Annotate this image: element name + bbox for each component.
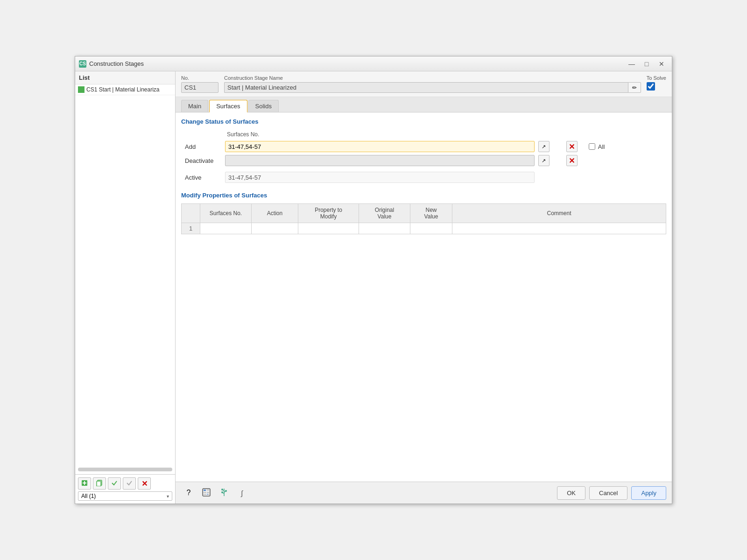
delete-icon: ✕	[141, 479, 148, 488]
add-icon	[81, 480, 88, 488]
main-content: List CS1 Start | Material Lineariza	[75, 71, 672, 504]
add-delete-button[interactable]: ✕	[566, 141, 578, 152]
copy-icon	[96, 480, 103, 488]
tab-main[interactable]: Main	[181, 100, 208, 112]
uncheck-icon	[126, 480, 133, 488]
active-input-cell	[223, 170, 536, 184]
svg-rect-6	[204, 490, 206, 491]
tree-button[interactable]	[217, 486, 232, 500]
name-input-group: ✏	[224, 82, 641, 93]
solve-checkbox[interactable]	[647, 82, 655, 91]
name-input[interactable]	[224, 82, 628, 93]
add-row: Add ↗	[181, 140, 666, 154]
delete-red-icon: ✕	[569, 142, 575, 151]
delete-red-icon2: ✕	[569, 156, 575, 165]
add-select-cell: ↗	[536, 140, 564, 154]
check-button[interactable]	[108, 477, 121, 490]
change-status-title: Change Status of Surfaces	[181, 118, 666, 125]
row-property-1	[298, 223, 359, 234]
row-original-1	[359, 223, 410, 234]
deactivate-select-button[interactable]: ↗	[538, 155, 550, 166]
sidebar-footer: ✕ All (1) ▾	[75, 474, 175, 504]
add-input-cell	[223, 140, 536, 154]
delete-stage-button[interactable]: ✕	[138, 477, 151, 490]
maximize-button[interactable]: □	[640, 59, 653, 69]
svg-rect-12	[208, 492, 209, 493]
add-label: Add	[181, 140, 223, 154]
cancel-button[interactable]: Cancel	[589, 486, 627, 500]
tree-icon	[219, 488, 229, 498]
dropdown-text: All (1)	[81, 493, 167, 499]
title-bar: CS Construction Stages — □ ✕	[75, 56, 672, 71]
all-checkbox[interactable]	[589, 143, 595, 150]
col-property: Property toModify	[298, 204, 359, 223]
deactivate-row: Deactivate ↗	[181, 154, 666, 168]
svg-rect-4	[97, 481, 101, 486]
svg-rect-7	[207, 490, 208, 490]
help-button[interactable]: ?	[181, 486, 196, 500]
col-comment: Comment	[452, 204, 666, 223]
svg-rect-10	[205, 492, 206, 493]
all-checkbox-cell: All	[583, 140, 666, 154]
no-label: No.	[181, 75, 218, 81]
row-surfaces-no-1	[200, 223, 252, 234]
no-input[interactable]	[181, 82, 218, 93]
copy-stage-button[interactable]	[93, 477, 106, 490]
window-title: Construction Stages	[89, 60, 625, 67]
svg-rect-16	[208, 494, 209, 495]
calculator-button[interactable]	[199, 486, 214, 500]
sidebar-scrollbar[interactable]	[78, 468, 172, 471]
svg-point-23	[221, 491, 223, 493]
deactivate-delete-button[interactable]: ✕	[566, 155, 578, 166]
sidebar-item-cs1[interactable]: CS1 Start | Material Lineariza	[75, 84, 175, 95]
modify-row-1: 1	[182, 223, 666, 234]
deactivate-surfaces-input[interactable]	[225, 155, 535, 166]
row-new-1	[410, 223, 452, 234]
svg-rect-8	[208, 490, 209, 490]
row-comment-1	[452, 223, 666, 234]
modify-table: Surfaces No. Action Property toModify Or…	[181, 203, 666, 234]
ok-button[interactable]: OK	[557, 486, 585, 500]
sidebar-toolbar: ✕	[78, 477, 172, 490]
solve-field: To Solve	[647, 75, 666, 93]
add-surfaces-input[interactable]	[225, 141, 535, 152]
tab-surfaces[interactable]: Surfaces	[209, 100, 247, 112]
add-select-button[interactable]: ↗	[538, 141, 550, 152]
sidebar-dropdown[interactable]: All (1) ▾	[78, 491, 172, 501]
formula-icon: ∫	[241, 489, 243, 497]
active-surfaces-input	[225, 172, 535, 183]
all-checkbox-container: All	[589, 143, 664, 150]
svg-rect-11	[207, 492, 208, 493]
name-field: Construction Stage Name ✏	[224, 75, 641, 93]
deactivate-input-cell	[223, 154, 536, 168]
col-rownum	[182, 204, 200, 223]
close-button[interactable]: ✕	[655, 59, 668, 69]
pencil-icon: ✏	[632, 84, 637, 91]
no-field: No.	[181, 75, 218, 93]
svg-rect-15	[207, 494, 208, 495]
right-panel: No. Construction Stage Name ✏ To Solve	[176, 71, 672, 504]
window-controls: — □ ✕	[625, 59, 668, 69]
svg-rect-9	[204, 492, 204, 493]
svg-point-22	[225, 490, 227, 492]
uncheck-button[interactable]	[123, 477, 136, 490]
construction-stages-window: CS Construction Stages — □ ✕ List CS1 St…	[75, 56, 672, 504]
svg-rect-14	[205, 494, 206, 495]
help-icon: ?	[187, 489, 191, 497]
sidebar-item-label: CS1 Start | Material Lineariza	[86, 86, 160, 93]
minimize-button[interactable]: —	[625, 59, 638, 69]
add-stage-button[interactable]	[78, 477, 91, 490]
apply-button[interactable]: Apply	[631, 486, 666, 500]
name-edit-button[interactable]: ✏	[628, 82, 641, 93]
panel-content: Change Status of Surfaces Surfaces No.	[176, 112, 672, 482]
change-status-section: Change Status of Surfaces Surfaces No.	[181, 118, 666, 184]
cursor-select-icon2: ↗	[542, 158, 546, 164]
check-icon	[111, 480, 118, 488]
formula-button[interactable]: ∫	[234, 486, 249, 500]
active-label: Active	[181, 170, 223, 184]
info-bar: No. Construction Stage Name ✏ To Solve	[176, 71, 672, 97]
tabs: Main Surfaces Solids	[176, 97, 672, 112]
svg-rect-13	[204, 494, 204, 495]
tab-solids[interactable]: Solids	[248, 100, 279, 112]
bottom-bar: ?	[176, 482, 672, 504]
